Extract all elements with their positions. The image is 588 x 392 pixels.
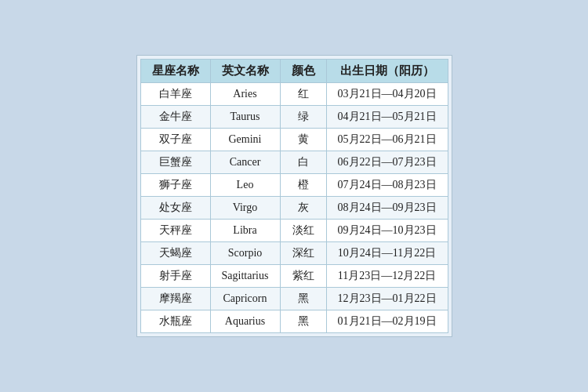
cell-english-name: Scorpio xyxy=(210,242,280,265)
cell-color: 灰 xyxy=(280,197,326,220)
table-row: 处女座Virgo灰08月24日—09月23日 xyxy=(140,197,448,220)
cell-color: 黄 xyxy=(280,129,326,151)
cell-dates: 08月24日—09月23日 xyxy=(326,197,448,220)
cell-english-name: Leo xyxy=(210,174,280,197)
header-chinese-name: 星座名称 xyxy=(140,60,210,83)
cell-chinese-name: 处女座 xyxy=(140,197,210,220)
cell-dates: 04月21日—05月21日 xyxy=(326,106,448,129)
cell-color: 紫红 xyxy=(280,265,326,288)
table-row: 摩羯座Capricorn黑12月23日—01月22日 xyxy=(140,288,448,310)
cell-chinese-name: 水瓶座 xyxy=(140,310,210,333)
cell-dates: 09月24日—10月23日 xyxy=(326,220,448,242)
cell-color: 绿 xyxy=(280,106,326,129)
cell-color: 黑 xyxy=(280,310,326,333)
header-dates: 出生日期（阳历） xyxy=(326,60,448,83)
cell-chinese-name: 狮子座 xyxy=(140,174,210,197)
table-row: 水瓶座Aquarius黑01月21日—02月19日 xyxy=(140,310,448,333)
zodiac-table: 星座名称 英文名称 颜色 出生日期（阳历） 白羊座Aries红03月21日—04… xyxy=(140,59,448,333)
table-row: 狮子座Leo橙07月24日—08月23日 xyxy=(140,174,448,197)
cell-color: 深红 xyxy=(280,242,326,265)
cell-dates: 05月22日—06月21日 xyxy=(326,129,448,151)
cell-dates: 03月21日—04月20日 xyxy=(326,83,448,106)
header-color: 颜色 xyxy=(280,60,326,83)
cell-chinese-name: 巨蟹座 xyxy=(140,151,210,174)
cell-chinese-name: 双子座 xyxy=(140,129,210,151)
table-row: 天蝎座Scorpio深红10月24日—11月22日 xyxy=(140,242,448,265)
cell-color: 橙 xyxy=(280,174,326,197)
cell-color: 红 xyxy=(280,83,326,106)
cell-english-name: Cancer xyxy=(210,151,280,174)
cell-color: 白 xyxy=(280,151,326,174)
cell-dates: 10月24日—11月22日 xyxy=(326,242,448,265)
cell-chinese-name: 射手座 xyxy=(140,265,210,288)
cell-color: 淡红 xyxy=(280,220,326,242)
cell-english-name: Aries xyxy=(210,83,280,106)
table-header-row: 星座名称 英文名称 颜色 出生日期（阳历） xyxy=(140,60,448,83)
table-row: 射手座Sagittarius紫红11月23日—12月22日 xyxy=(140,265,448,288)
table-row: 双子座Gemini黄05月22日—06月21日 xyxy=(140,129,448,151)
table-body: 白羊座Aries红03月21日—04月20日金牛座Taurus绿04月21日—0… xyxy=(140,83,448,333)
cell-english-name: Libra xyxy=(210,220,280,242)
table-row: 巨蟹座Cancer白06月22日—07月23日 xyxy=(140,151,448,174)
cell-chinese-name: 天秤座 xyxy=(140,220,210,242)
table-row: 白羊座Aries红03月21日—04月20日 xyxy=(140,83,448,106)
table-row: 金牛座Taurus绿04月21日—05月21日 xyxy=(140,106,448,129)
header-english-name: 英文名称 xyxy=(210,60,280,83)
cell-english-name: Virgo xyxy=(210,197,280,220)
cell-english-name: Gemini xyxy=(210,129,280,151)
cell-dates: 06月22日—07月23日 xyxy=(326,151,448,174)
cell-english-name: Taurus xyxy=(210,106,280,129)
cell-dates: 11月23日—12月22日 xyxy=(326,265,448,288)
cell-chinese-name: 摩羯座 xyxy=(140,288,210,310)
cell-chinese-name: 金牛座 xyxy=(140,106,210,129)
cell-english-name: Aquarius xyxy=(210,310,280,333)
cell-color: 黑 xyxy=(280,288,326,310)
cell-dates: 12月23日—01月22日 xyxy=(326,288,448,310)
table-row: 天秤座Libra淡红09月24日—10月23日 xyxy=(140,220,448,242)
cell-dates: 07月24日—08月23日 xyxy=(326,174,448,197)
cell-chinese-name: 白羊座 xyxy=(140,83,210,106)
zodiac-table-wrapper: 星座名称 英文名称 颜色 出生日期（阳历） 白羊座Aries红03月21日—04… xyxy=(136,55,452,337)
cell-english-name: Sagittarius xyxy=(210,265,280,288)
cell-dates: 01月21日—02月19日 xyxy=(326,310,448,333)
cell-english-name: Capricorn xyxy=(210,288,280,310)
cell-chinese-name: 天蝎座 xyxy=(140,242,210,265)
